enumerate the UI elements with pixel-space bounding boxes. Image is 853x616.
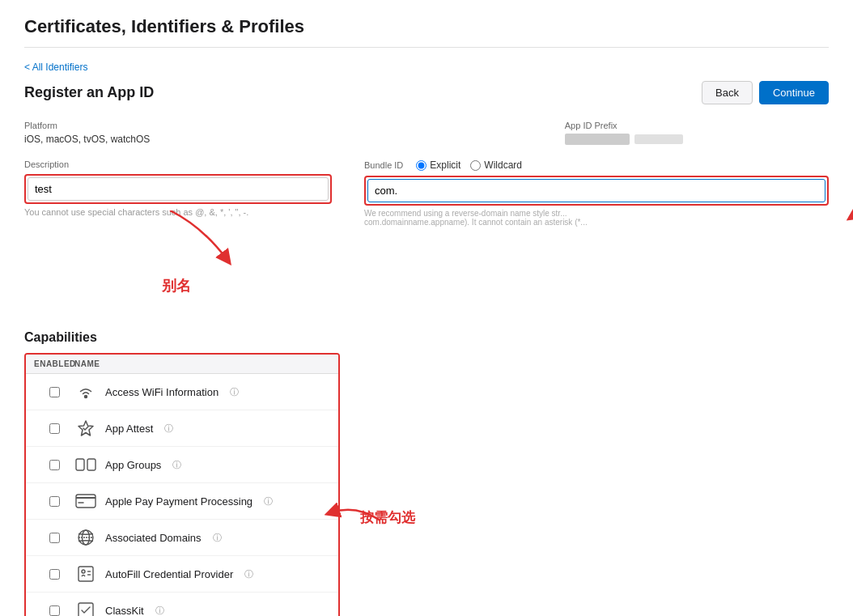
explicit-radio[interactable] — [416, 160, 426, 171]
description-label: Description — [24, 159, 332, 169]
table-row: App Groups ⓘ — [26, 447, 338, 483]
autofill-info-icon[interactable]: ⓘ — [244, 568, 253, 580]
platform-value: iOS, macOS, tvOS, watchOS — [24, 134, 170, 145]
bundle-hint: We recommend using a reverse-domain name… — [364, 209, 829, 227]
applepay-icon — [74, 490, 97, 512]
cap-name-classkit: ClassKit — [105, 605, 144, 617]
capabilities-header: ENABLED NAME — [26, 355, 338, 374]
table-row: Access WiFi Information ⓘ — [26, 374, 338, 410]
cap-name-attest: App Attest — [105, 423, 153, 435]
capabilities-title: Capabilities — [24, 330, 829, 345]
bundle-id-input[interactable] — [367, 179, 825, 202]
explicit-radio-label[interactable]: Explicit — [416, 159, 460, 171]
attest-icon — [74, 417, 97, 440]
groups-icon — [74, 453, 97, 476]
section-title: Register an App ID — [24, 84, 154, 101]
header-enabled: ENABLED — [34, 359, 74, 368]
platform-label: Platform — [24, 121, 170, 130]
wildcard-radio[interactable] — [470, 160, 481, 171]
svg-rect-6 — [79, 567, 93, 581]
continue-button[interactable]: Continue — [759, 81, 829, 104]
description-input[interactable] — [28, 177, 329, 201]
svg-rect-2 — [87, 459, 95, 470]
groups-info-icon[interactable]: ⓘ — [172, 459, 181, 471]
attest-info-icon[interactable]: ⓘ — [164, 423, 173, 435]
table-row: ClassKit ⓘ — [26, 593, 338, 616]
wifi-icon — [74, 380, 97, 403]
cap-checkbox-domains[interactable] — [49, 533, 60, 543]
svg-rect-8 — [79, 603, 93, 616]
table-row: Apple Pay Payment Processing ⓘ — [26, 483, 338, 520]
app-id-prefix-label: App ID Prefix — [565, 121, 829, 130]
autofill-icon — [74, 563, 97, 585]
header-name: NAME — [74, 359, 330, 368]
classkit-info-icon[interactable]: ⓘ — [155, 605, 164, 617]
all-identifiers-link[interactable]: All Identifiers — [24, 62, 87, 73]
cap-name-wifi: Access WiFi Information — [105, 386, 219, 398]
cap-checkbox-groups[interactable] — [49, 460, 60, 470]
cap-checkbox-wifi[interactable] — [49, 387, 60, 397]
cap-name-domains: Associated Domains — [105, 532, 202, 544]
page-title: Certificates, Identifiers & Profiles — [24, 16, 829, 48]
cap-name-autofill: AutoFill Credential Provider — [105, 568, 233, 580]
wifi-info-icon[interactable]: ⓘ — [230, 386, 239, 398]
applepay-info-icon[interactable]: ⓘ — [264, 495, 273, 508]
description-hint: You cannot use special characters such a… — [24, 207, 332, 217]
classkit-icon — [74, 599, 97, 616]
table-row: Associated Domains ⓘ — [26, 520, 338, 556]
table-row: AutoFill Credential Provider ⓘ — [26, 556, 338, 593]
svg-point-0 — [85, 396, 87, 398]
cap-checkbox-attest[interactable] — [49, 423, 60, 434]
cap-checkbox-applepay[interactable] — [49, 496, 60, 507]
capabilities-table: ENABLED NAME Access WiFi Information ⓘ — [24, 353, 340, 616]
cap-checkbox-classkit[interactable] — [49, 605, 60, 616]
cap-checkbox-autofill[interactable] — [49, 569, 60, 580]
svg-rect-3 — [76, 495, 95, 508]
cap-name-applepay: Apple Pay Payment Processing — [105, 495, 253, 508]
select-annotation: 按需勾选 — [360, 508, 415, 527]
domains-icon — [74, 526, 97, 549]
cap-name-groups: App Groups — [105, 459, 161, 471]
table-row: App Attest ⓘ — [26, 410, 338, 447]
back-button[interactable]: Back — [702, 81, 753, 104]
domains-info-icon[interactable]: ⓘ — [213, 532, 222, 544]
bundle-id-label: Bundle ID — [364, 160, 403, 170]
svg-point-7 — [82, 570, 85, 573]
wildcard-radio-label[interactable]: Wildcard — [470, 159, 522, 171]
svg-rect-1 — [76, 459, 84, 470]
